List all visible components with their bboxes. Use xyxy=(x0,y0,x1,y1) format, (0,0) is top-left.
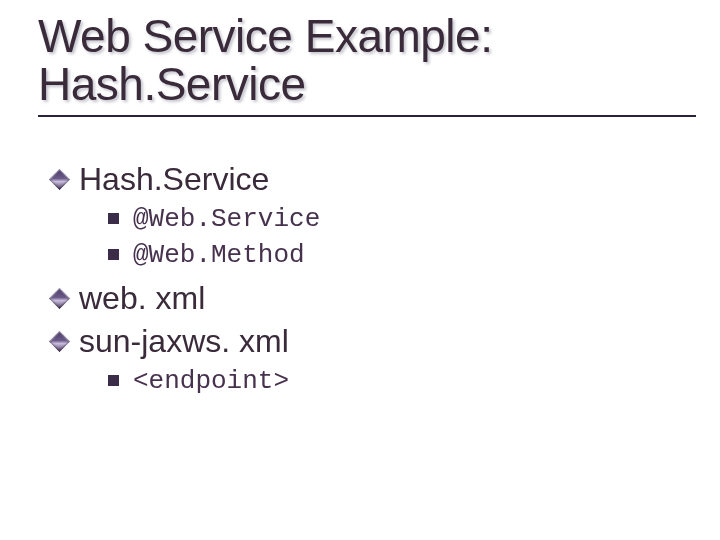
diamond-icon xyxy=(49,287,70,308)
bullet-text: Hash.Service xyxy=(79,161,269,198)
bullet-hash-service: Hash.Service xyxy=(52,161,696,198)
subbullet-text: @Web.Service xyxy=(133,204,320,234)
bullet-text: web. xml xyxy=(79,280,205,317)
title-line-1: Web Service Example: xyxy=(38,12,696,60)
subbullet-webservice: @Web.Service xyxy=(108,204,696,234)
title-line-2: Hash.Service xyxy=(38,60,696,108)
bullet-sun-jaxws: sun-jaxws. xml xyxy=(52,323,696,360)
subbullet-text: <endpoint> xyxy=(133,366,289,396)
bullet-text: sun-jaxws. xml xyxy=(79,323,289,360)
square-icon xyxy=(108,213,119,224)
diamond-icon xyxy=(49,330,70,351)
title-block: Web Service Example: Hash.Service xyxy=(38,12,696,117)
diamond-icon xyxy=(49,168,70,189)
square-icon xyxy=(108,249,119,260)
square-icon xyxy=(108,375,119,386)
subbullet-text: @Web.Method xyxy=(133,240,305,270)
subbullet-endpoint: <endpoint> xyxy=(108,366,696,396)
content-body: Hash.Service @Web.Service @Web.Method we… xyxy=(38,161,696,396)
slide: Web Service Example: Hash.Service Hash.S… xyxy=(0,0,720,540)
subbullet-webmethod: @Web.Method xyxy=(108,240,696,270)
bullet-web-xml: web. xml xyxy=(52,280,696,317)
